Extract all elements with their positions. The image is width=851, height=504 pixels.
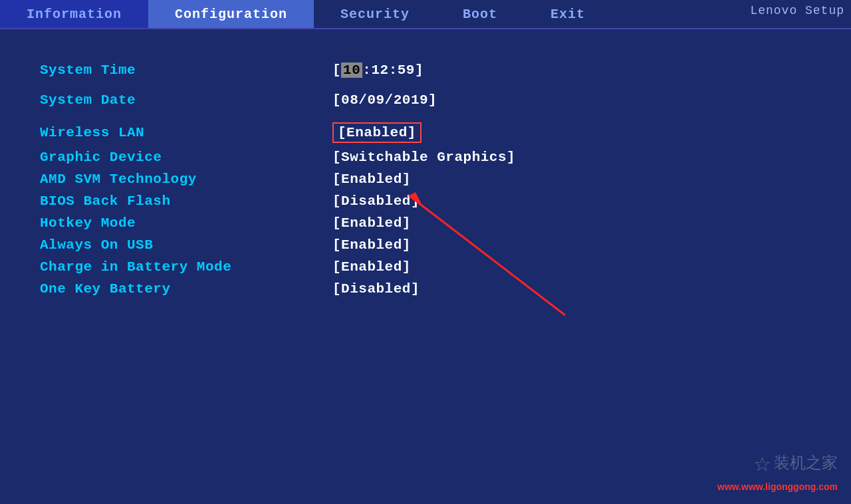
setting-row-system-date[interactable]: System Date [08/09/2019] bbox=[40, 92, 811, 108]
setting-row-always-on-usb[interactable]: Always On USB [Enabled] bbox=[40, 237, 811, 253]
setting-row-wireless-lan[interactable]: Wireless LAN [Enabled] bbox=[40, 122, 811, 143]
one-key-battery-label: One Key Battery bbox=[40, 281, 332, 297]
system-date-label: System Date bbox=[40, 92, 332, 108]
wireless-lan-value[interactable]: [Enabled] bbox=[332, 122, 422, 143]
main-content: System Time [10:12:59] System Date [08/0… bbox=[0, 29, 851, 330]
bios-back-flash-label: BIOS Back Flash bbox=[40, 193, 332, 209]
watermark-star-icon: ☆ bbox=[754, 445, 771, 480]
graphic-device-label: Graphic Device bbox=[40, 150, 332, 165]
setting-row-graphic-device[interactable]: Graphic Device [Switchable Graphics] bbox=[40, 150, 811, 165]
amd-svm-value[interactable]: [Enabled] bbox=[332, 172, 411, 187]
always-on-usb-value[interactable]: [Enabled] bbox=[332, 237, 411, 253]
hotkey-mode-label: Hotkey Mode bbox=[40, 215, 332, 231]
always-on-usb-label: Always On USB bbox=[40, 237, 332, 253]
menu-item-boot[interactable]: Boot bbox=[436, 0, 524, 28]
charge-battery-label: Charge in Battery Mode bbox=[40, 259, 332, 275]
hotkey-mode-value[interactable]: [Enabled] bbox=[332, 215, 411, 231]
setting-row-hotkey-mode[interactable]: Hotkey Mode [Enabled] bbox=[40, 215, 811, 231]
menu-item-configuration[interactable]: Configuration bbox=[148, 0, 314, 28]
bios-title: Lenovo Setup bbox=[743, 3, 851, 19]
setting-row-one-key-battery[interactable]: One Key Battery [Disabled] bbox=[40, 281, 811, 297]
menu-item-security[interactable]: Security bbox=[314, 0, 436, 28]
menu-bar: Information Configuration Security Boot … bbox=[0, 0, 851, 29]
bios-back-flash-value[interactable]: [Disabled] bbox=[332, 193, 420, 209]
graphic-device-value[interactable]: [Switchable Graphics] bbox=[332, 150, 515, 165]
system-time-hour[interactable]: 10 bbox=[341, 63, 362, 78]
watermark: ☆ 装机之家 www.www.ligonggong.com bbox=[717, 445, 838, 492]
amd-svm-label: AMD SVM Technology bbox=[40, 172, 332, 187]
system-time-label: System Time bbox=[40, 63, 332, 78]
settings-table: System Time [10:12:59] System Date [08/0… bbox=[40, 63, 811, 297]
setting-row-bios-back-flash[interactable]: BIOS Back Flash [Disabled] bbox=[40, 193, 811, 209]
wireless-lan-label: Wireless LAN bbox=[40, 125, 332, 140]
setting-row-charge-battery[interactable]: Charge in Battery Mode [Enabled] bbox=[40, 259, 811, 275]
watermark-url: www.www.ligonggong.com bbox=[717, 481, 838, 492]
charge-battery-value[interactable]: [Enabled] bbox=[332, 259, 411, 275]
one-key-battery-value[interactable]: [Disabled] bbox=[332, 281, 420, 297]
setting-row-amd-svm[interactable]: AMD SVM Technology [Enabled] bbox=[40, 172, 811, 187]
menu-item-exit[interactable]: Exit bbox=[524, 0, 612, 28]
watermark-chinese-text: 装机之家 bbox=[774, 452, 838, 473]
system-date-value[interactable]: [08/09/2019] bbox=[332, 92, 437, 108]
system-time-value[interactable]: [10:12:59] bbox=[332, 63, 424, 78]
menu-item-information[interactable]: Information bbox=[0, 0, 148, 28]
setting-row-system-time[interactable]: System Time [10:12:59] bbox=[40, 63, 811, 78]
